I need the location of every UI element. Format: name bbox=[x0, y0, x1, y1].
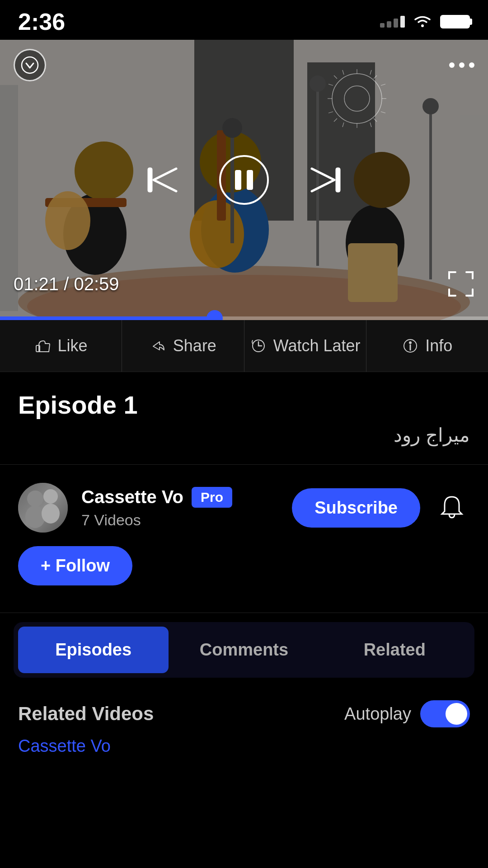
pro-badge: Pro bbox=[192, 487, 232, 508]
channel-left: Cassette Vo Pro 7 Videos bbox=[18, 483, 232, 533]
autoplay-label: Autoplay bbox=[344, 704, 411, 724]
svg-point-49 bbox=[409, 342, 411, 344]
time-display: 01:21 / 02:59 bbox=[14, 274, 119, 294]
svg-point-26 bbox=[344, 86, 370, 111]
tab-comments[interactable]: Comments bbox=[169, 627, 319, 673]
svg-line-39 bbox=[328, 84, 333, 85]
watch-later-button[interactable]: Watch Later bbox=[244, 320, 366, 372]
watch-later-label: Watch Later bbox=[273, 336, 361, 355]
channel-name: Cassette Vo bbox=[81, 487, 183, 507]
svg-line-38 bbox=[370, 123, 371, 127]
video-center-controls bbox=[142, 155, 346, 205]
svg-point-51 bbox=[27, 491, 43, 507]
channel-section: Cassette Vo Pro 7 Videos Subscribe + Fol… bbox=[0, 474, 488, 604]
video-info: Episode 1 میراج رود bbox=[0, 372, 488, 455]
svg-line-33 bbox=[334, 118, 337, 122]
share-button[interactable]: Share bbox=[122, 320, 244, 372]
follow-button[interactable]: + Follow bbox=[18, 546, 132, 585]
collapse-button[interactable] bbox=[14, 49, 46, 81]
svg-point-0 bbox=[421, 24, 424, 27]
subscribe-button[interactable]: Subscribe bbox=[292, 488, 420, 528]
video-bottom: 01:21 / 02:59 bbox=[0, 270, 488, 297]
status-time: 2:36 bbox=[18, 8, 65, 35]
svg-point-54 bbox=[42, 504, 60, 524]
signal-icon bbox=[380, 16, 405, 28]
episode-title: Episode 1 bbox=[18, 390, 470, 420]
tab-episodes[interactable]: Episodes bbox=[18, 627, 169, 673]
action-bar: Like Share Watch Later Info bbox=[0, 320, 488, 372]
status-icons bbox=[380, 14, 470, 30]
svg-rect-45 bbox=[336, 168, 340, 192]
autoplay-toggle[interactable] bbox=[420, 700, 470, 727]
toggle-thumb bbox=[446, 703, 467, 725]
channel-row: Cassette Vo Pro 7 Videos Subscribe bbox=[18, 483, 470, 533]
status-bar: 2:36 bbox=[0, 0, 488, 40]
related-header: Related Videos Autoplay bbox=[18, 700, 470, 727]
svg-rect-44 bbox=[148, 168, 152, 192]
svg-line-37 bbox=[343, 123, 344, 127]
share-label: Share bbox=[173, 336, 216, 355]
channel-info: Cassette Vo Pro 7 Videos bbox=[81, 487, 232, 529]
info-button[interactable]: Info bbox=[366, 320, 488, 372]
related-videos-title: Related Videos bbox=[18, 703, 154, 725]
video-player[interactable]: 01:21 / 02:59 bbox=[0, 40, 488, 320]
related-section: Related Videos Autoplay Cassette Vo bbox=[0, 687, 488, 769]
like-label: Like bbox=[58, 336, 88, 355]
svg-line-40 bbox=[328, 112, 333, 113]
wifi-icon bbox=[413, 14, 432, 30]
progress-fill bbox=[0, 316, 215, 320]
video-top-controls bbox=[0, 49, 488, 81]
like-button[interactable]: Like bbox=[0, 320, 122, 372]
divider-2 bbox=[0, 613, 488, 613]
channel-link[interactable]: Cassette Vo bbox=[18, 736, 470, 756]
channel-avatar[interactable] bbox=[18, 483, 68, 533]
divider-1 bbox=[0, 464, 488, 465]
episode-subtitle: میراج رود bbox=[18, 424, 470, 446]
pause-button[interactable] bbox=[219, 155, 269, 205]
channel-right: Subscribe bbox=[292, 488, 470, 528]
svg-line-34 bbox=[374, 118, 377, 122]
next-button[interactable] bbox=[305, 160, 346, 200]
svg-line-41 bbox=[381, 84, 385, 85]
tab-related[interactable]: Related bbox=[319, 627, 470, 673]
bell-button[interactable] bbox=[434, 490, 470, 526]
previous-button[interactable] bbox=[142, 160, 183, 200]
svg-point-53 bbox=[43, 489, 58, 504]
progress-bar[interactable] bbox=[0, 316, 488, 320]
fullscreen-button[interactable] bbox=[447, 270, 474, 297]
info-label: Info bbox=[425, 336, 452, 355]
svg-line-42 bbox=[381, 112, 385, 113]
more-options-button[interactable] bbox=[449, 62, 474, 68]
svg-point-43 bbox=[22, 57, 38, 73]
channel-name-row: Cassette Vo Pro bbox=[81, 487, 232, 508]
channel-videos-count: 7 Videos bbox=[81, 511, 232, 529]
autoplay-row: Autoplay bbox=[344, 700, 470, 727]
battery-icon bbox=[440, 15, 470, 28]
tabs-section: Episodes Comments Related bbox=[14, 622, 474, 678]
